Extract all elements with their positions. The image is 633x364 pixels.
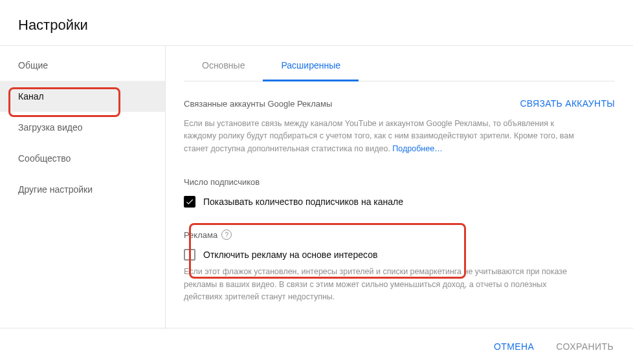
checkmark-icon bbox=[185, 197, 194, 206]
tabs: Основные Расширенные bbox=[184, 50, 615, 81]
main-panel: Основные Расширенные Связанные аккаунты … bbox=[166, 46, 633, 329]
subscribers-section: Число подписчиков Показывать количество … bbox=[184, 177, 615, 208]
help-icon[interactable]: ? bbox=[221, 230, 232, 240]
show-subscriber-count-checkbox[interactable] bbox=[184, 196, 195, 208]
settings-sidebar: Общие Канал Загрузка видео Сообщество Др… bbox=[0, 46, 166, 329]
cancel-button[interactable]: ОТМЕНА bbox=[494, 341, 534, 352]
page-title: Настройки bbox=[0, 0, 633, 45]
sidebar-item-general[interactable]: Общие bbox=[0, 50, 165, 81]
learn-more-link[interactable]: Подробнее… bbox=[392, 144, 442, 153]
linked-accounts-section: Связанные аккаунты Google Рекламы СВЯЗАТ… bbox=[184, 98, 615, 155]
sidebar-item-upload[interactable]: Загрузка видео bbox=[0, 112, 165, 143]
disable-interest-ads-label: Отключить рекламу на основе интересов bbox=[203, 250, 377, 260]
sidebar-item-other[interactable]: Другие настройки bbox=[0, 174, 165, 205]
footer: ОТМЕНА СОХРАНИТЬ bbox=[0, 328, 633, 364]
linked-accounts-desc: Если вы установите связь между каналом Y… bbox=[184, 118, 579, 155]
linked-accounts-title: Связанные аккаунты Google Рекламы bbox=[184, 99, 332, 109]
disable-interest-ads-checkbox[interactable] bbox=[184, 249, 195, 261]
link-accounts-button[interactable]: СВЯЗАТЬ АККАУНТЫ bbox=[520, 98, 615, 109]
tab-advanced[interactable]: Расширенные bbox=[263, 50, 359, 81]
ads-desc: Если этот флажок установлен, интересы зр… bbox=[184, 266, 579, 303]
subscribers-title: Число подписчиков bbox=[184, 177, 615, 187]
show-subscriber-count-label: Показывать количество подписчиков на кан… bbox=[203, 197, 403, 207]
sidebar-item-community[interactable]: Сообщество bbox=[0, 143, 165, 174]
ads-title: Реклама bbox=[184, 230, 217, 240]
ads-section: Реклама ? Отключить рекламу на основе ин… bbox=[184, 230, 615, 303]
tab-basic[interactable]: Основные bbox=[184, 50, 263, 81]
save-button[interactable]: СОХРАНИТЬ bbox=[556, 341, 614, 352]
sidebar-item-channel[interactable]: Канал bbox=[0, 81, 165, 112]
